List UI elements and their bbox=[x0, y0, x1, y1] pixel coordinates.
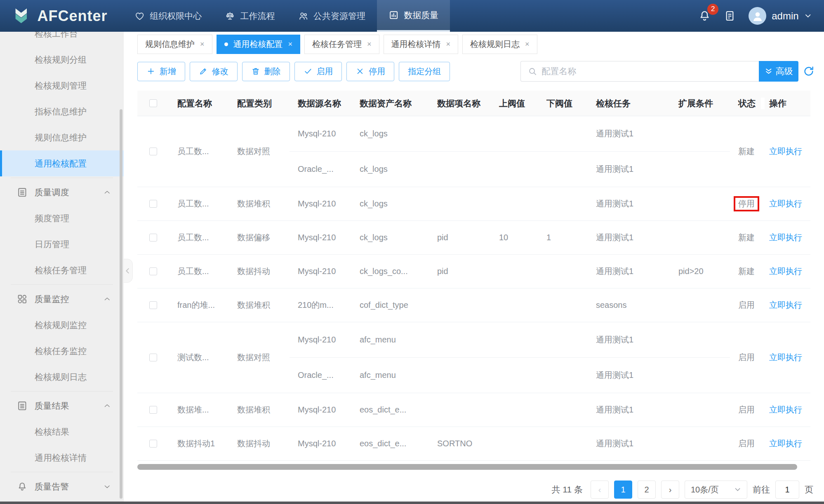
execute-now-link[interactable]: 立即执行 bbox=[769, 405, 802, 414]
sidebar-item-1[interactable]: 检核规则分组 bbox=[0, 47, 124, 73]
nav-item-0[interactable]: 组织权限中心 bbox=[123, 0, 213, 32]
sidebar-group-17[interactable]: 质量告警 bbox=[0, 474, 124, 499]
cell-category: 数据抖动 bbox=[229, 266, 290, 277]
cell-task: 通用测试1 bbox=[588, 438, 670, 449]
notification-bell[interactable]: 2 bbox=[698, 9, 711, 22]
chevron-down-icon bbox=[804, 12, 812, 19]
sidebar-item-label: 检核规则管理 bbox=[35, 80, 87, 91]
nav-item-label: 工作流程 bbox=[240, 10, 275, 22]
sidebar-item-13[interactable]: 检核规则日志 bbox=[0, 364, 124, 390]
document-log-icon[interactable] bbox=[723, 9, 736, 22]
horizontal-scrollbar-thumb[interactable] bbox=[137, 464, 797, 470]
sidebar-collapse-handle[interactable] bbox=[124, 259, 133, 283]
execute-now-link[interactable]: 立即执行 bbox=[769, 147, 802, 156]
sidebar-item-4[interactable]: 规则信息维护 bbox=[0, 124, 124, 150]
toolbar-button-0[interactable]: 新增 bbox=[137, 62, 185, 81]
search-input[interactable] bbox=[541, 66, 752, 76]
tab-0[interactable]: 规则信息维护× bbox=[137, 35, 212, 54]
nav-item-3[interactable]: 数据质量 bbox=[377, 0, 450, 32]
sidebar-group-14[interactable]: 质量结果 bbox=[0, 393, 124, 419]
toolbar-button-3[interactable]: 启用 bbox=[294, 62, 342, 81]
toolbar-button-label: 启用 bbox=[316, 66, 333, 77]
row-checkbox[interactable] bbox=[149, 267, 157, 275]
prev-page-button[interactable]: ‹ bbox=[591, 481, 609, 499]
execute-now-link[interactable]: 立即执行 bbox=[769, 439, 802, 448]
row-checkbox[interactable] bbox=[149, 301, 157, 309]
tab-4[interactable]: 检核规则日志× bbox=[462, 35, 537, 54]
execute-now-link[interactable]: 立即执行 bbox=[769, 353, 802, 362]
select-all-checkbox[interactable] bbox=[149, 99, 157, 107]
sidebar-item-7[interactable]: 频度管理 bbox=[0, 205, 124, 231]
toolbar-button-4[interactable]: 停用 bbox=[346, 62, 394, 81]
execute-now-link[interactable]: 立即执行 bbox=[769, 199, 802, 208]
row-checkbox[interactable] bbox=[149, 406, 157, 414]
row-checkbox-cell bbox=[137, 406, 169, 414]
user-menu[interactable]: admin bbox=[749, 7, 812, 25]
column-header-10: 操作 bbox=[761, 98, 810, 109]
cell-asset: ck_logs bbox=[351, 233, 429, 242]
execute-now-link[interactable]: 立即执行 bbox=[769, 267, 802, 276]
sidebar-item-8[interactable]: 日历管理 bbox=[0, 231, 124, 257]
config-table: 配置名称配置类别数据源名称数据资产名称数据项名称上阀值下阀值检核任务扩展条件状态… bbox=[137, 91, 810, 461]
people-icon bbox=[298, 11, 308, 21]
page-button-1[interactable]: 1 bbox=[614, 481, 632, 499]
sidebar-item-0[interactable]: 检核工作台 bbox=[0, 32, 124, 47]
page-button-2[interactable]: 2 bbox=[638, 481, 656, 499]
toolbar-button-1[interactable]: 修改 bbox=[190, 62, 238, 81]
sidebar-item-9[interactable]: 检核任务管理 bbox=[0, 257, 124, 283]
double-chevron-down-icon bbox=[765, 67, 773, 75]
cell-task: 通用测试1 bbox=[588, 232, 670, 243]
username: admin bbox=[772, 10, 798, 22]
advanced-search-button[interactable]: 高级 bbox=[759, 61, 798, 82]
refresh-icon[interactable] bbox=[803, 65, 815, 77]
next-page-button[interactable]: › bbox=[661, 481, 679, 499]
sidebar-scrollbar[interactable] bbox=[120, 109, 122, 499]
sidebar-group-10[interactable]: 质量监控 bbox=[0, 286, 124, 312]
pencil-icon bbox=[199, 67, 208, 76]
sidebar-item-15[interactable]: 检核结果 bbox=[0, 419, 124, 445]
row-checkbox[interactable] bbox=[149, 234, 157, 241]
sidebar-item-11[interactable]: 检核规则监控 bbox=[0, 312, 124, 338]
toolbar-button-2[interactable]: 删除 bbox=[242, 62, 290, 81]
cell-ext: pid>20 bbox=[670, 267, 730, 276]
tab-2[interactable]: 检核任务管理× bbox=[304, 35, 379, 54]
tab-1[interactable]: 通用检核配置× bbox=[217, 35, 301, 54]
tab-close-icon[interactable]: × bbox=[200, 40, 205, 49]
row-checkbox-cell bbox=[137, 148, 169, 155]
tab-3[interactable]: 通用检核详情× bbox=[384, 35, 459, 54]
sidebar-group-label: 质量结果 bbox=[35, 400, 69, 412]
cell-status: 启用 bbox=[730, 352, 761, 363]
merged-cells: Mysql-210ck_logs通用测试1Oracle_...ck_logs通用… bbox=[290, 116, 730, 187]
sidebar-group-label: 质量监控 bbox=[35, 293, 69, 305]
sidebar-item-16[interactable]: 通用检核详情 bbox=[0, 445, 124, 471]
column-header-6: 下阀值 bbox=[538, 98, 588, 109]
goto-page-input[interactable] bbox=[775, 481, 799, 499]
sidebar-item-5[interactable]: 通用检核配置 bbox=[0, 150, 124, 176]
row-checkbox[interactable] bbox=[149, 440, 157, 448]
row-checkbox[interactable] bbox=[149, 200, 157, 208]
page-size-select[interactable]: 10条/页 bbox=[685, 481, 747, 499]
cell-datasource: Mysql-210 bbox=[290, 233, 351, 242]
sidebar-group-6[interactable]: 质量调度 bbox=[0, 179, 124, 205]
sidebar-divider bbox=[11, 178, 113, 178]
sidebar-item-2[interactable]: 检核规则管理 bbox=[0, 73, 124, 98]
nav-item-2[interactable]: 公共资源管理 bbox=[287, 0, 377, 32]
tab-close-icon[interactable]: × bbox=[367, 40, 372, 49]
execute-now-link[interactable]: 立即执行 bbox=[769, 233, 802, 242]
sidebar-item-3[interactable]: 指标信息维护 bbox=[0, 98, 124, 124]
cell-asset: ck_logs bbox=[351, 164, 429, 174]
cell-asset: cof_dict_type bbox=[351, 300, 429, 310]
sidebar-divider bbox=[11, 472, 113, 472]
nav-item-1[interactable]: 工作流程 bbox=[213, 0, 286, 32]
cell-task: 通用测试1 bbox=[588, 164, 670, 175]
row-checkbox[interactable] bbox=[149, 354, 157, 361]
sidebar-item-label: 检核任务监控 bbox=[35, 345, 87, 357]
execute-now-link[interactable]: 立即执行 bbox=[769, 300, 802, 309]
tab-close-icon[interactable]: × bbox=[288, 40, 293, 49]
sidebar-item-12[interactable]: 检核任务监控 bbox=[0, 338, 124, 364]
row-checkbox[interactable] bbox=[149, 148, 157, 155]
toolbar-button-5[interactable]: 指定分组 bbox=[399, 62, 450, 81]
tab-close-icon[interactable]: × bbox=[525, 40, 530, 49]
cell-name: 测试数... bbox=[169, 352, 229, 363]
tab-close-icon[interactable]: × bbox=[446, 40, 451, 49]
